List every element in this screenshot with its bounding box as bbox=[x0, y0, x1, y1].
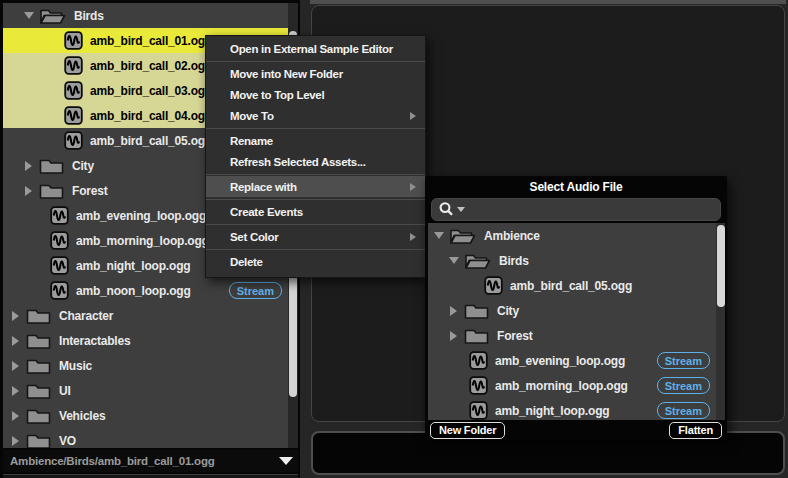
menu-item-move-to-top-level[interactable]: Move to Top Level bbox=[206, 84, 425, 105]
expander-right-icon[interactable] bbox=[447, 331, 460, 341]
asset-label: UI bbox=[59, 384, 71, 398]
menu-item-label: Move to Top Level bbox=[230, 89, 324, 101]
folder-closed-icon bbox=[38, 156, 65, 176]
tree-folder-row[interactable]: Music bbox=[3, 353, 288, 378]
folder-closed-icon bbox=[25, 331, 52, 351]
expander-right-icon[interactable] bbox=[9, 386, 22, 396]
folder-closed-icon bbox=[25, 381, 52, 401]
menu-item-set-color[interactable]: Set Color bbox=[206, 226, 425, 247]
folder-closed-icon bbox=[463, 301, 490, 321]
menu-item-label: Delete bbox=[230, 256, 263, 268]
menu-item-create-events[interactable]: Create Events bbox=[206, 201, 425, 222]
fmod-assets-browser: Birdsamb_bird_call_01.oggamb_bird_call_0… bbox=[0, 0, 788, 478]
folder-open-icon bbox=[463, 251, 492, 271]
menu-item-label: Create Events bbox=[230, 206, 303, 218]
waveform-icon bbox=[64, 56, 83, 75]
asset-label: City bbox=[497, 304, 519, 318]
submenu-arrow-icon bbox=[410, 233, 416, 241]
menu-separator bbox=[206, 174, 425, 175]
waveform-icon bbox=[484, 276, 503, 295]
menu-item-replace-with[interactable]: Replace with bbox=[206, 176, 425, 197]
menu-item-label: Rename bbox=[230, 135, 273, 147]
tree-folder-row[interactable]: Birds bbox=[3, 3, 288, 28]
waveform-icon bbox=[469, 351, 488, 370]
menu-item-move-to[interactable]: Move To bbox=[206, 105, 425, 126]
expander-right-icon[interactable] bbox=[9, 361, 22, 371]
new-folder-button[interactable]: New Folder bbox=[430, 422, 505, 439]
tree-file-row[interactable]: amb_night_loop.oggStream bbox=[428, 398, 716, 420]
submenu-arrow-icon bbox=[410, 112, 416, 120]
expander-right-icon[interactable] bbox=[22, 161, 35, 171]
asset-label: amb_noon_loop.ogg bbox=[76, 284, 191, 298]
tree-folder-row[interactable]: Interactables bbox=[3, 328, 288, 353]
waveform-icon bbox=[64, 31, 83, 50]
flatten-button[interactable]: Flatten bbox=[669, 422, 722, 439]
tree-folder-row[interactable]: Vehicles bbox=[3, 403, 288, 428]
asset-label: Vehicles bbox=[59, 409, 105, 423]
search-icon bbox=[438, 201, 455, 218]
tree-folder-row[interactable]: VO bbox=[3, 428, 288, 448]
asset-label: Forest bbox=[497, 329, 532, 343]
menu-separator bbox=[206, 224, 425, 225]
waveform-icon bbox=[64, 81, 83, 100]
tree-folder-row[interactable]: Character bbox=[3, 303, 288, 328]
asset-label: amb_evening_loop.ogg bbox=[495, 354, 625, 368]
chevron-down-icon[interactable] bbox=[279, 457, 293, 465]
asset-label: Birds bbox=[499, 254, 529, 268]
stream-badge: Stream bbox=[657, 402, 710, 419]
folder-closed-icon bbox=[25, 406, 52, 426]
tree-file-row[interactable]: amb_noon_loop.oggStream bbox=[3, 278, 288, 303]
expander-right-icon[interactable] bbox=[9, 411, 22, 421]
tree-folder-row[interactable]: City bbox=[428, 298, 716, 323]
tree-folder-row[interactable]: Birds bbox=[428, 248, 716, 273]
search-filter-dropdown-icon[interactable] bbox=[457, 207, 465, 212]
submenu-arrow-icon bbox=[410, 183, 416, 191]
menu-separator bbox=[206, 199, 425, 200]
menu-item-refresh-selected-assets[interactable]: Refresh Selected Assets... bbox=[206, 151, 425, 172]
asset-label: City bbox=[72, 159, 94, 173]
search-input[interactable] bbox=[431, 198, 721, 221]
tree-folder-row[interactable]: Forest bbox=[428, 323, 716, 348]
waveform-icon bbox=[50, 281, 69, 300]
asset-label: amb_bird_call_03.ogg bbox=[90, 84, 212, 98]
expander-down-icon[interactable] bbox=[432, 232, 445, 239]
tree-folder-row[interactable]: Ambience bbox=[428, 223, 716, 248]
panel-divider bbox=[3, 474, 298, 478]
expander-right-icon[interactable] bbox=[9, 311, 22, 321]
dialog-scrollbar-thumb[interactable] bbox=[717, 225, 725, 307]
expander-right-icon[interactable] bbox=[9, 436, 22, 446]
menu-separator bbox=[206, 249, 425, 250]
asset-label: Forest bbox=[72, 184, 107, 198]
waveform-icon bbox=[50, 256, 69, 275]
dialog-file-tree: AmbienceBirdsamb_bird_call_05.oggCityFor… bbox=[428, 223, 716, 420]
expander-right-icon[interactable] bbox=[447, 306, 460, 316]
asset-label: Character bbox=[59, 309, 113, 323]
asset-label: amb_evening_loop.ogg bbox=[76, 209, 206, 223]
menu-item-rename[interactable]: Rename bbox=[206, 130, 425, 151]
expander-down-icon[interactable] bbox=[447, 257, 460, 264]
asset-label: amb_bird_call_04.ogg bbox=[90, 109, 212, 123]
expander-right-icon[interactable] bbox=[9, 336, 22, 346]
menu-item-label: Open in External Sample Editor bbox=[230, 43, 393, 55]
splitter-bar[interactable] bbox=[310, 0, 786, 4]
asset-label: amb_bird_call_05.ogg bbox=[90, 134, 212, 148]
expander-right-icon[interactable] bbox=[22, 186, 35, 196]
tree-file-row[interactable]: amb_evening_loop.oggStream bbox=[428, 348, 716, 373]
folder-open-icon bbox=[448, 226, 477, 246]
selected-asset-path-bar[interactable]: Ambience/Birds/amb_bird_call_01.ogg bbox=[3, 450, 298, 472]
waveform-icon bbox=[469, 376, 488, 395]
tree-file-row[interactable]: amb_morning_loop.oggStream bbox=[428, 373, 716, 398]
expander-down-icon[interactable] bbox=[22, 12, 35, 19]
asset-label: amb_morning_loop.ogg bbox=[495, 379, 628, 393]
asset-label: Ambience bbox=[484, 229, 540, 243]
menu-item-delete[interactable]: Delete bbox=[206, 251, 425, 272]
dialog-scrollbar[interactable] bbox=[716, 223, 725, 420]
folder-closed-icon bbox=[463, 326, 490, 346]
folder-closed-icon bbox=[25, 306, 52, 326]
tree-folder-row[interactable]: UI bbox=[3, 378, 288, 403]
tree-file-row[interactable]: amb_bird_call_05.ogg bbox=[428, 273, 716, 298]
folder-open-icon bbox=[38, 6, 67, 26]
menu-item-open-in-external-sample-editor[interactable]: Open in External Sample Editor bbox=[206, 38, 425, 59]
asset-label: amb_bird_call_05.ogg bbox=[510, 279, 632, 293]
menu-item-move-into-new-folder[interactable]: Move into New Folder bbox=[206, 63, 425, 84]
